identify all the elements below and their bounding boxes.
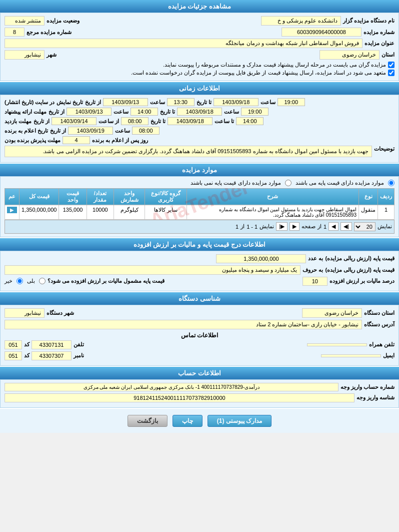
shomare-hesab-label: شماره حساب واریز وجه <box>340 384 394 390</box>
table-row: 1 منقول اموال اسقاطی جهت بازدید با مسئول… <box>5 205 394 219</box>
maliyat-no-radio[interactable] <box>16 278 23 284</box>
maliyat-yes-label: بلی <box>27 278 35 284</box>
time3-to-date: 1403/09/18 <box>168 117 212 125</box>
chap-button[interactable]: چاپ <box>172 415 202 427</box>
ostan-value: خراسان رضوی <box>320 50 380 60</box>
nambr-code-label: کد <box>24 352 30 359</box>
dastgah-shahr-label: شهر دستگاه <box>46 310 74 316</box>
nambr-code: 051 <box>4 351 22 360</box>
td-sharh: اموال اسقاطی جهت بازدید با مسئول امین ام… <box>186 205 358 219</box>
email-value <box>321 354 381 357</box>
adres-value: نیشابور - خیابان رازی -ساختمان شماره 2 س… <box>4 320 362 329</box>
pg-last[interactable]: |◀ <box>340 222 352 231</box>
th-price-kol: قیمت کل <box>20 188 59 205</box>
time3-to-time: 14:00 <box>236 117 264 125</box>
pg-page-num: 1 <box>324 224 326 230</box>
price-value: 1,350,000,000 <box>216 254 306 263</box>
th-vahed: واحد شمارش <box>114 188 145 205</box>
dastgah-ostan-label: استان دستگاه <box>364 310 394 316</box>
darsad-value: 10 <box>302 277 328 286</box>
row-action-btn[interactable]: ▶ <box>7 207 17 213</box>
maliyat-no-label: خیر <box>4 278 12 284</box>
pg-showing: نمایش <box>260 223 274 230</box>
checkbox1-label: مزایده گران می بایست در مرحله ارسال پیشن… <box>163 62 386 68</box>
time2-label: مهلت ارائه پیشنهاد <box>4 109 46 115</box>
time5-label: مهلت پذیرش برنده بودن <box>4 137 60 144</box>
pg-page-label: صفحه <box>302 223 316 230</box>
onvan-value: فروش اموال اسقاطی انبار شبکه بهداشت و در… <box>4 39 362 48</box>
time1-from-time: 13:30 <box>167 98 194 106</box>
radio-price-yes[interactable] <box>388 180 394 186</box>
maliyat-yes-radio[interactable] <box>39 278 46 284</box>
section-header-details: مشاهده جزئیات مزایده <box>0 0 399 13</box>
time5-days: 4 <box>62 136 90 144</box>
telefon-value: 43307131 <box>32 340 72 349</box>
checkbox1-input[interactable] <box>388 62 394 68</box>
nambr-label: نامبر <box>74 352 84 359</box>
th-noe: نوع <box>359 188 378 205</box>
pg-from-label: از <box>318 223 322 230</box>
time1-to-time: 19:00 <box>278 98 305 106</box>
vaziat-label: وضعیت مزایده <box>46 18 80 24</box>
per-page-select[interactable]: 20 50 100 <box>354 222 376 231</box>
mobile-label: تلفن همراه <box>369 341 394 348</box>
ettelaat-header: اطلاعات تماس <box>4 332 394 339</box>
section-header-dastgah: شناسی دستگاه <box>0 292 399 305</box>
time2-from-date: 1403/09/13 <box>66 108 112 116</box>
td-tedad: 10000 <box>86 205 114 219</box>
time2-from-time: 14:00 <box>130 108 158 116</box>
mobile-value <box>307 343 367 346</box>
radio-price-yes-label: موارد مزایده دارای قیمت پایه می باشند <box>296 180 384 186</box>
price-unit: به عدد <box>308 255 323 262</box>
pg-next[interactable]: ◀ <box>328 222 338 231</box>
time1-from-date: 1403/09/13 <box>103 98 148 106</box>
nam-dastgah-label: نام دستگاه مزایده گزار <box>343 18 394 24</box>
radio-price-no-label: موارد مزایده دارای قیمت پایه نمی باشند <box>190 180 280 186</box>
price-text-label: قیمت پایه (ارزش ریالی مزایده) <box>325 267 394 273</box>
email-label: ایمیل <box>383 352 394 359</box>
time3-label: مهلت بازدید <box>4 118 32 125</box>
maliyat-label: قیمت پایه مشمول مالیات بر ارزش افزوده می… <box>48 278 164 284</box>
th-radif: ردیف <box>378 188 394 205</box>
pg-total-label: از <box>240 223 244 230</box>
tozihat-value: جهت بازدید با مسئول امین اموال دانشگاه ب… <box>4 146 372 157</box>
time4-from-time: 08:00 <box>132 127 160 135</box>
shomare-mozayede-value: 6003090964000008 <box>282 28 362 37</box>
bottom-buttons-area: مدارک پیوستی (1) چاپ بازگشت <box>0 409 399 433</box>
shahr-value: نیشابور <box>4 50 44 60</box>
ostan-label: استان <box>382 52 394 58</box>
vaziat-value: منتشر شده <box>4 16 44 26</box>
shahr-label: شهر <box>46 52 56 58</box>
adres-label: آدرس دستگاه <box>364 321 394 328</box>
section-header-movarede: موارد مزایده <box>0 164 399 176</box>
time4-from-date: 1403/09/19 <box>68 127 113 135</box>
darsad-label: درصد مالیات بر ارزش افزوده <box>330 278 394 284</box>
shomare-marja-value: 8 <box>4 28 24 37</box>
time3-from-time: 08:00 <box>121 117 148 125</box>
pg-prev[interactable]: ▶ <box>290 222 300 231</box>
dastgah-ostan-value: خراسان رضوی <box>302 308 362 318</box>
bazgasht-button[interactable]: بازگشت <box>128 415 168 427</box>
telefon-code-label: کد <box>24 341 30 348</box>
telefon-code: 051 <box>4 340 22 349</box>
shenase-value: 918124115240011117073782910000 <box>4 393 354 402</box>
nam-dastgah-value: دانشکده علوم پزشکی و خ <box>261 16 341 26</box>
time3-from-date: 1403/09/14 <box>52 117 96 125</box>
th-sharh: شرح <box>186 188 358 205</box>
nambr-value: 43307307 <box>32 351 72 360</box>
price-text-value: یک میلیارد و سیصد و پنجاه میلیون <box>4 265 300 275</box>
madarek-button[interactable]: مدارک پیوستی (1) <box>208 415 272 427</box>
pg-first[interactable]: ▶| <box>276 222 288 231</box>
td-price-vahed: 135,000 <box>59 205 86 219</box>
th-price-vahed: قیمت واحد <box>59 188 86 205</box>
shomare-hesab-value: درآمدی-400111170737829 1- بانک مرکزی جمه… <box>4 383 338 391</box>
td-price-kol: 1,350,000,000 <box>20 205 59 219</box>
time2-to-date: 1403/09/18 <box>177 108 222 116</box>
checkbox2-input[interactable] <box>388 70 394 76</box>
checkbox2-label: متعهد می شود در اسناد مزایده، ارسال پیشن… <box>131 70 386 76</box>
time2-to-time: 19:00 <box>241 108 268 116</box>
pagination-show: نمایش <box>378 223 392 230</box>
radio-price-no[interactable] <box>285 180 292 186</box>
td-vahed: کیلوگرم <box>114 205 145 219</box>
telefon-label: تلفن <box>74 341 84 348</box>
